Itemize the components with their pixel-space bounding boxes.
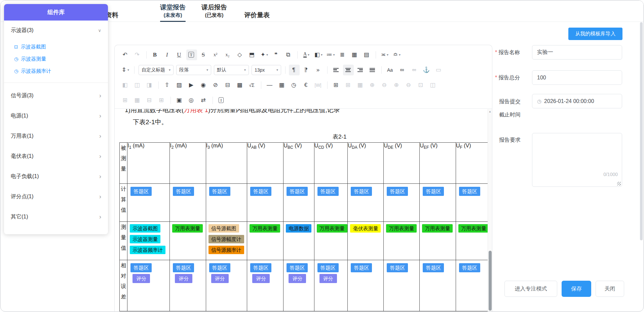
signal-source-amplitude-tag[interactable]: 信号源幅度计	[209, 235, 244, 243]
superscript-icon[interactable]: x²	[211, 49, 221, 60]
underline-icon[interactable]: U	[174, 49, 185, 60]
paragraph-spacing-icon[interactable]: ≍▾	[379, 49, 390, 60]
answer-area-tag[interactable]: 答题区	[250, 187, 271, 196]
answer-area-tag[interactable]: 答题区	[351, 263, 372, 272]
oscilloscope-freq-counter-tag[interactable]: 示波器频率计	[130, 246, 165, 254]
tab-evaluation-rubric[interactable]: 评价量表	[244, 11, 270, 20]
audio-icon[interactable]: ◉	[198, 80, 209, 91]
clock-icon[interactable]: ◷	[289, 80, 300, 91]
highlight-color-icon[interactable]: ◧▾	[313, 49, 324, 60]
table-insert-left-icon[interactable]: ⊞	[120, 95, 131, 106]
score-tag[interactable]: 评分	[252, 274, 270, 283]
pattern-icon[interactable]: ▩	[235, 80, 245, 91]
horizontal-rule-icon[interactable]: —	[265, 80, 275, 91]
document-content[interactable]: 1)用直流数字电压表(万用表 1)分别测量内阻电源及电阻元件上的电压值,记录 下…	[115, 109, 492, 312]
justify-icon[interactable]	[367, 65, 378, 75]
multimeter-measure-tag[interactable]: 万用表测量	[250, 224, 280, 233]
delete-table-icon[interactable]: ⊞	[343, 80, 354, 91]
paragraph-rtl-icon[interactable]: ¶	[301, 65, 312, 75]
report-name-input[interactable]: 实验一	[532, 45, 622, 60]
format-painter-icon[interactable]: ⬒	[247, 49, 258, 60]
millivoltmeter-measure-tag[interactable]: 毫伏表测量	[350, 224, 381, 233]
checkerboard-icon[interactable]: ▦	[349, 49, 360, 60]
paste-icon[interactable]: ⧉	[283, 49, 294, 60]
delete-row-icon[interactable]: ⊖	[379, 80, 390, 91]
score-tag[interactable]: 评分	[175, 274, 192, 283]
focus-mode-button[interactable]: 进入专注模式	[504, 281, 557, 297]
insert-column-icon[interactable]: ⊕	[391, 80, 402, 91]
link-icon[interactable]: ∞	[397, 65, 408, 75]
image-icon[interactable]: ▨	[174, 80, 185, 91]
image-align-center-icon[interactable]: ◫	[132, 80, 143, 91]
subscript-icon[interactable]: x₂	[223, 49, 233, 60]
multimeter-measure-tag[interactable]: 万用表测量	[317, 224, 347, 233]
signal-source-frequency-tag[interactable]: 信号源频率计	[209, 246, 244, 254]
sidebar-item-power-supply[interactable]: 电源(1) ›	[4, 106, 108, 126]
line-height-icon[interactable]: ⇕▾	[120, 65, 131, 75]
table-grid-icon[interactable]: ▦	[132, 95, 143, 106]
anchor-icon[interactable]: ⚓	[421, 65, 432, 75]
editor-scrollbar-thumb[interactable]	[489, 251, 492, 311]
score-tag[interactable]: 评分	[211, 274, 229, 283]
word-count-icon[interactable]: |W|	[313, 80, 324, 91]
upload-image-icon[interactable]: ⇧	[162, 80, 173, 91]
score-tag[interactable]: 评分	[132, 274, 150, 283]
multimeter-measure-tag[interactable]: 万用表测量	[422, 224, 453, 233]
clear-format-icon[interactable]: ◇	[235, 49, 245, 60]
multimeter-measure-tag[interactable]: 万用表测量	[172, 224, 203, 233]
import-from-template-button[interactable]: 从我的模板库导入	[568, 28, 622, 40]
ai-assistant-icon[interactable]: ✦▾	[259, 49, 270, 60]
answer-area-tag[interactable]: 答题区	[287, 263, 308, 272]
align-right-icon[interactable]	[355, 65, 366, 75]
tab-after-class-report[interactable]: 课后报告 (已发布)	[196, 3, 233, 19]
scroll-up-icon[interactable]: ▲	[488, 110, 492, 113]
cell-properties-icon[interactable]: ⊡	[416, 80, 426, 91]
oscilloscope-measure-tag[interactable]: 示波器测量	[130, 235, 160, 243]
page-break-icon[interactable]: ⊟	[223, 80, 233, 91]
merge-cells-icon[interactable]: ◫	[428, 80, 439, 91]
sidebar-item-oscilloscope[interactable]: 示波器(3) ∨	[4, 21, 108, 40]
signal-source-screenshot-tag[interactable]: 信号源截图	[209, 224, 239, 233]
heading-style-select[interactable]: 自定义标题 ▾	[139, 65, 174, 75]
sidebar-link-oscilloscope-freq-counter[interactable]: ◷ 示波器频率计	[14, 65, 108, 77]
align-left-icon[interactable]	[331, 65, 342, 75]
oscilloscope-screenshot-tag[interactable]: 示波器截图	[130, 224, 160, 233]
indent-icon[interactable]: »	[313, 65, 324, 75]
blockquote-icon[interactable]: ❝	[271, 49, 282, 60]
answer-area-tag[interactable]: 答题区	[173, 263, 194, 272]
line-spacing-icon[interactable]: ≏▾	[391, 49, 402, 60]
report-requirements-textarea[interactable]: 0/1000	[532, 133, 622, 187]
tab-class-report[interactable]: 课堂报告 (未发布)	[154, 3, 191, 19]
answer-area-tag[interactable]: 答题区	[209, 263, 230, 272]
answer-area-tag[interactable]: 答题区	[317, 263, 339, 272]
currency-icon[interactable]: €	[301, 80, 312, 91]
answer-area-tag[interactable]: 答题区	[459, 187, 480, 196]
deadline-datetime-input[interactable]: ◷ 2026-01-24 00:00:00	[532, 94, 622, 108]
resize-handle-icon[interactable]	[617, 182, 621, 185]
image-align-left-icon[interactable]: ◧	[120, 80, 131, 91]
answer-area-tag[interactable]: 答题区	[287, 187, 308, 196]
answer-area-tag[interactable]: 答题区	[250, 263, 271, 272]
answer-area-tag[interactable]: 答题区	[209, 187, 230, 196]
answer-area-tag[interactable]: 答题区	[351, 187, 372, 196]
undo-icon[interactable]: ↶	[120, 49, 131, 60]
formula-icon[interactable]: √Σ	[247, 80, 258, 91]
ordered-list-icon[interactable]: ≔▾	[325, 49, 336, 60]
sidebar-link-oscilloscope-screenshot[interactable]: ⊡ 示波器截图	[14, 41, 108, 53]
insert-row-icon[interactable]: ⊕	[367, 80, 378, 91]
sidebar-item-signal-source[interactable]: 信号源(3) ›	[4, 85, 108, 106]
score-tag[interactable]: 评分	[289, 274, 306, 283]
insert-table-icon[interactable]: ⊞	[331, 80, 342, 91]
redo-icon[interactable]: ↷	[132, 49, 143, 60]
sidebar-item-millivoltmeter[interactable]: 毫伏表(1) ›	[4, 146, 108, 166]
answer-area-tag[interactable]: 答题区	[387, 263, 408, 272]
font-family-select[interactable]: 默认 ▾	[214, 65, 249, 75]
image-align-right-icon[interactable]: ◨	[144, 80, 155, 91]
letter-case-icon[interactable]: Aa	[385, 65, 396, 75]
blank-page-icon[interactable]: ▤	[362, 49, 372, 60]
page-scrollbar-thumb[interactable]	[640, 22, 643, 240]
sidebar-link-oscilloscope-measure[interactable]: ◷ 示波器测量	[14, 53, 108, 65]
answer-area-tag[interactable]: 答题区	[387, 187, 408, 196]
preview-icon[interactable]: ◎	[186, 95, 197, 106]
report-score-input[interactable]: 100	[532, 70, 622, 85]
